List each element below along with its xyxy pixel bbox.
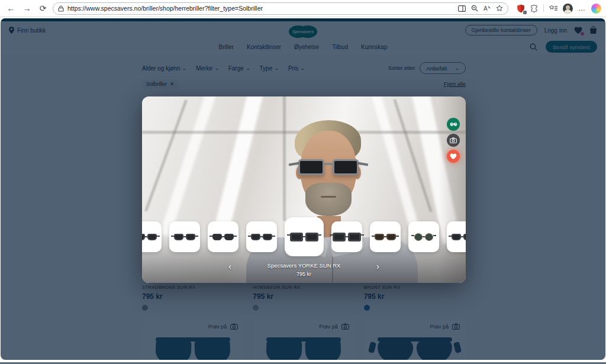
carousel-next-button[interactable]: › — [376, 261, 379, 271]
toggle-glasses-button[interactable] — [447, 118, 460, 131]
frame-thumbnail-selected[interactable] — [285, 217, 324, 256]
adblock-extension-icon[interactable] — [517, 4, 525, 13]
snapshot-camera-button[interactable] — [447, 134, 460, 147]
copilot-icon[interactable] — [591, 4, 601, 14]
url-text[interactable]: https://www.specsavers.no/briller/shop/h… — [67, 5, 454, 12]
carousel-prev-button[interactable]: ‹ — [228, 261, 231, 271]
split-screen-icon[interactable] — [458, 5, 466, 12]
virtual-try-on-modal: ‹ › Specsavers YORKE SUN RX 795 kr — [142, 96, 466, 283]
back-button[interactable]: ← — [5, 2, 17, 15]
frame-thumbnail[interactable] — [169, 221, 200, 252]
favorite-star-icon[interactable] — [496, 5, 503, 12]
forward-button[interactable]: → — [21, 2, 33, 15]
try-on-toolbar — [447, 118, 460, 163]
favorites-list-icon[interactable] — [549, 5, 557, 12]
favorite-heart-button[interactable] — [447, 150, 460, 163]
extension-icon[interactable] — [530, 5, 538, 12]
browser-toolbar: ← → ⟳ https://www.specsavers.no/briller/… — [0, 0, 606, 17]
reload-button[interactable]: ⟳ — [37, 2, 49, 15]
address-bar[interactable]: https://www.specsavers.no/briller/shop/h… — [53, 2, 508, 15]
lock-icon — [58, 5, 64, 12]
frame-thumbnail[interactable] — [208, 221, 238, 252]
frame-carousel — [142, 217, 466, 257]
selected-frame-name: Specsavers YORKE SUN RX — [142, 262, 466, 269]
extension-badge — [523, 10, 527, 15]
browser-menu-button[interactable]: … — [578, 4, 586, 12]
frame-thumbnail[interactable] — [408, 221, 439, 252]
screen: ← → ⟳ https://www.specsavers.no/briller/… — [0, 0, 606, 364]
toolbar-divider — [543, 4, 544, 12]
zoom-out-icon[interactable] — [471, 5, 478, 12]
read-aloud-icon[interactable]: A — [483, 5, 491, 12]
selected-frame-price: 795 kr — [142, 271, 466, 277]
frame-thumbnail[interactable] — [331, 221, 362, 252]
selected-frame-caption: Specsavers YORKE SUN RX 795 kr — [142, 262, 466, 277]
svg-text:A: A — [483, 5, 488, 12]
frame-thumbnail[interactable] — [142, 221, 162, 252]
frame-thumbnail[interactable] — [246, 221, 277, 252]
web-page: Finn butikk Specsavers Gjenbestille kont… — [1, 18, 605, 360]
frame-thumbnail[interactable] — [447, 221, 466, 252]
virtual-sunglasses-overlay — [297, 159, 360, 177]
frame-thumbnail[interactable] — [370, 221, 401, 252]
profile-avatar[interactable] — [563, 4, 573, 14]
